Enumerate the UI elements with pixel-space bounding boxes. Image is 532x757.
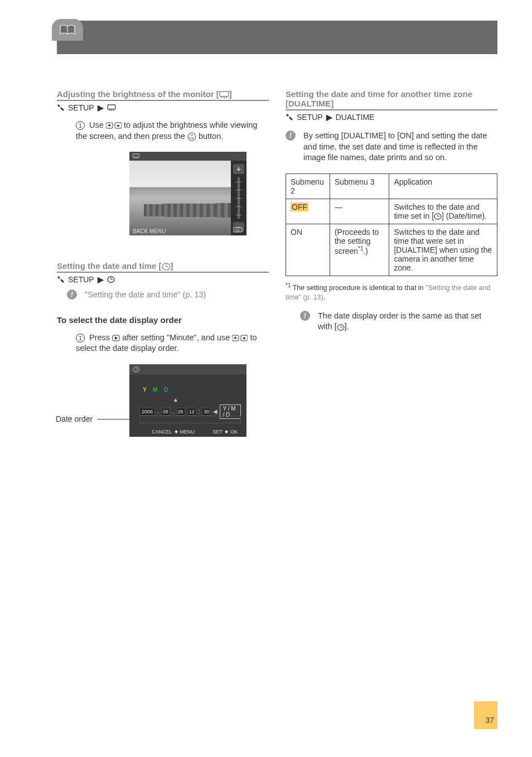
breadcrumb-brightness: SETUP ▶ — [57, 100, 269, 112]
brightness-step1-a: Use — [89, 120, 106, 129]
arrow-up-down-pad-icon — [232, 334, 248, 342]
preview-ok-icon: OK — [233, 226, 243, 234]
section-heading-dualtime: Setting the date and time for another ti… — [286, 89, 497, 108]
svg-rect-15 — [134, 158, 135, 158]
brightness-slider[interactable]: + − — [231, 161, 246, 235]
header-tab-book-icon — [52, 19, 83, 41]
brightness-slider-track[interactable] — [238, 177, 240, 219]
breadcrumb-dualtime: SETUP ▶ DUALTIME — [286, 109, 497, 122]
off-value: OFF — [291, 202, 308, 211]
brightness-step1-c: button. — [199, 132, 223, 141]
dateorder-preview-screen: Date order Y M D ▲ 2008 . 08 . 26 12 : — [129, 364, 246, 437]
brightness-step-1: 1 Use to adjust the brightness while vie… — [57, 120, 269, 142]
right-pad-icon — [112, 334, 120, 342]
datetime-ref-note: "Setting the date and time" (p. 13) — [85, 290, 269, 301]
preview-photo — [129, 161, 231, 235]
page-number: 37 — [485, 716, 494, 725]
breadcrumb-setup-label: SETUP — [297, 113, 323, 122]
ok-func-button-icon: OKFUNC — [187, 132, 196, 141]
table-header-application: Application — [389, 173, 497, 199]
off-submenu3: — — [330, 199, 389, 224]
section-heading-datetime: Setting the date and time [] — [57, 261, 269, 271]
table-header-submenu2: Submenu 2 — [286, 173, 330, 199]
callout-leader-line — [97, 419, 137, 420]
monitor-brightness-icon — [133, 153, 139, 159]
date-order-callout-label: Date order — [56, 414, 93, 423]
note-icon: ! — [67, 290, 77, 300]
right-column: Setting the date and time for another ti… — [286, 89, 497, 437]
up-arrow-icon: ▲ — [173, 397, 178, 403]
page-number-box: 37 — [474, 701, 497, 729]
hour-cell[interactable]: 12 — [187, 408, 196, 416]
svg-rect-17 — [137, 158, 138, 158]
clock-icon — [162, 263, 171, 271]
clock-icon — [133, 366, 139, 373]
section-heading-brightness: Adjusting the brightness of the monitor … — [57, 89, 269, 99]
dateorder-step1-b: after setting "Minute", and use — [122, 333, 232, 342]
svg-rect-8 — [113, 109, 114, 110]
note-icon: ! — [300, 311, 310, 321]
off-application: Switches to the date and time set in [] … — [389, 199, 497, 224]
day-cell[interactable]: 26 — [176, 408, 185, 416]
setup-wrench-icon — [286, 113, 293, 121]
header-bar — [57, 21, 497, 54]
page-root: Adjusting the brightness of the monitor … — [0, 0, 532, 757]
year-cell[interactable]: 2008 — [139, 408, 155, 416]
preview-back-label: BACK MENU — [133, 228, 166, 234]
svg-text:FUNC: FUNC — [189, 137, 195, 139]
set-label: SET ◆ OK — [212, 429, 238, 435]
clock-icon — [107, 276, 115, 283]
chevron-right-icon: ▶ — [326, 113, 332, 122]
clock-icon — [337, 324, 345, 331]
breadcrumb-dualtime-label: DUALTIME — [336, 113, 375, 122]
svg-rect-2 — [221, 97, 223, 98]
table-row: OFF — Switches to the date and time set … — [286, 199, 497, 224]
chevron-right-icon: ▶ — [98, 275, 104, 284]
note-icon: ! — [286, 131, 296, 141]
breadcrumb-datetime: SETUP ▶ — [57, 272, 269, 284]
book-open-icon — [59, 24, 76, 36]
dualtime-footnote: *1 The setting procedure is identical to… — [286, 282, 497, 303]
on-value: ON — [286, 224, 330, 276]
breadcrumb-setup-label: SETUP — [68, 103, 94, 112]
table-header-submenu3: Submenu 3 — [330, 173, 389, 199]
order-row-underline — [139, 416, 241, 423]
minute-cell[interactable]: 30 — [202, 408, 211, 416]
left-column: Adjusting the brightness of the monitor … — [57, 89, 269, 437]
monitor-brightness-icon — [219, 91, 229, 99]
step-number-1-icon: 1 — [76, 121, 85, 130]
setup-wrench-icon — [57, 276, 65, 283]
breadcrumb-setup-label: SETUP — [68, 275, 94, 284]
svg-rect-6 — [109, 109, 110, 110]
dualtime-note-1: By setting [DUALTIME] to [ON] and settin… — [303, 131, 497, 163]
svg-rect-4 — [226, 97, 227, 98]
on-submenu3: (Proceeds to the setting screen*1.) — [330, 224, 389, 276]
svg-rect-5 — [108, 105, 115, 109]
brightness-plus-button[interactable]: + — [233, 164, 244, 174]
dateorder-step-1: 1 Press after setting "Minute", and use … — [57, 332, 269, 354]
arrow-up-down-pad-icon — [106, 122, 122, 129]
ymd-labels: Y M D — [143, 387, 169, 393]
svg-rect-3 — [224, 97, 225, 98]
dateorder-step1-a: Press — [89, 333, 112, 342]
dualtime-note-2: The date display order is the same as th… — [318, 311, 497, 332]
svg-text:OK: OK — [190, 134, 194, 137]
monitor-brightness-icon — [107, 104, 116, 111]
dualtime-table: Submenu 2 Submenu 3 Application OFF — Sw… — [286, 173, 497, 276]
cancel-label: CANCEL ◆ MENU — [152, 429, 195, 435]
svg-rect-1 — [220, 91, 229, 97]
chevron-left-icon: ◀ — [213, 408, 217, 414]
brightness-preview-screen: + − BACK MENU OK — [129, 152, 246, 235]
clock-icon — [434, 213, 442, 220]
step-number-1-icon: 1 — [76, 334, 85, 343]
svg-rect-16 — [136, 158, 136, 158]
chevron-right-icon: ▶ — [98, 103, 104, 112]
svg-text:OK: OK — [235, 229, 240, 232]
on-application: Switches to the date and time that were … — [389, 224, 497, 276]
svg-rect-14 — [133, 154, 139, 157]
svg-rect-7 — [111, 109, 112, 110]
month-cell[interactable]: 08 — [161, 408, 170, 416]
table-row: ON (Proceeds to the setting screen*1.) S… — [286, 224, 497, 276]
subheading-date-order: To select the date display order — [57, 315, 269, 325]
setup-wrench-icon — [57, 104, 65, 112]
